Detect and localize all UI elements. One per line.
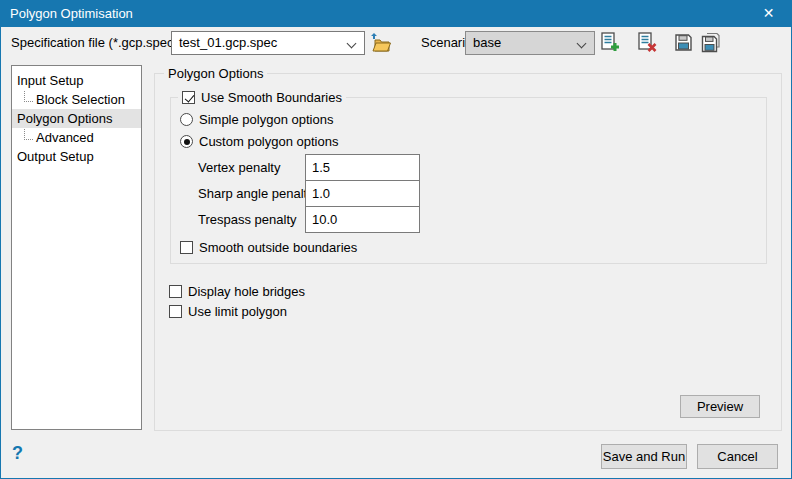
use-smooth-boundaries-checkbox[interactable]: Use Smooth Boundaries (178, 89, 346, 106)
tree-branch-icon (24, 91, 33, 102)
tree-item-input-setup[interactable]: Input Setup (12, 71, 141, 90)
checkbox-unchecked-icon (180, 241, 193, 254)
chevron-down-icon (577, 39, 587, 49)
vertex-penalty-input[interactable] (305, 154, 420, 181)
radio-unchecked-icon (180, 113, 193, 126)
smooth-boundaries-group: Use Smooth Boundaries Simple polygon opt… (170, 97, 767, 264)
save-and-run-button[interactable]: Save and Run (601, 444, 687, 469)
smooth-outside-boundaries-checkbox[interactable]: Smooth outside boundaries (180, 239, 357, 256)
tree-item-block-selection[interactable]: Block Selection (12, 90, 141, 109)
checkbox-checked-icon (182, 91, 195, 104)
sharp-angle-penalty-label: Sharp angle penalty (198, 180, 314, 207)
vertex-penalty-label: Vertex penalty (198, 154, 280, 181)
tree-item-polygon-options[interactable]: Polygon Options (12, 109, 141, 128)
sharp-angle-penalty-input[interactable] (305, 180, 420, 207)
preview-button[interactable]: Preview (680, 395, 760, 418)
trespass-penalty-label: Trespass penalty (198, 206, 297, 233)
spec-file-value: test_01.gcp.spec (179, 32, 277, 54)
simple-polygon-options-radio[interactable]: Simple polygon options (180, 111, 333, 128)
group-title: Polygon Options (164, 65, 267, 82)
use-limit-polygon-checkbox[interactable]: Use limit polygon (169, 303, 287, 320)
custom-polygon-options-radio[interactable]: Custom polygon options (180, 133, 338, 150)
delete-scenario-icon[interactable] (637, 32, 658, 53)
title-bar: Polygon Optimisation ✕ (1, 1, 791, 27)
checkbox-unchecked-icon (169, 285, 182, 298)
tree-branch-icon (24, 129, 33, 140)
tree-item-advanced[interactable]: Advanced (12, 128, 141, 147)
chevron-down-icon (347, 39, 357, 49)
scenario-id-combobox[interactable]: base (465, 31, 595, 55)
close-icon[interactable]: ✕ (746, 1, 791, 27)
help-icon[interactable]: ? (12, 443, 23, 464)
spec-file-combobox[interactable]: test_01.gcp.spec (171, 31, 365, 55)
cancel-button[interactable]: Cancel (697, 444, 778, 469)
tree-item-output-setup[interactable]: Output Setup (12, 147, 141, 166)
polygon-optimisation-dialog: Polygon Optimisation ✕ Specification fil… (0, 0, 792, 479)
settings-tree: Input Setup Block Selection Polygon Opti… (11, 65, 142, 430)
save-scenario-as-icon[interactable] (700, 32, 721, 53)
window-title: Polygon Optimisation (10, 1, 133, 27)
radio-checked-icon (180, 135, 193, 148)
new-scenario-icon[interactable] (600, 32, 621, 53)
checkbox-unchecked-icon (169, 305, 182, 318)
trespass-penalty-input[interactable] (305, 206, 420, 233)
display-hole-bridges-checkbox[interactable]: Display hole bridges (169, 283, 305, 300)
spec-file-label: Specification file (*.gcp.spec) (11, 31, 178, 55)
save-scenario-icon[interactable] (673, 32, 694, 53)
polygon-options-group: Polygon Options Use Smooth Boundaries Si… (154, 73, 782, 431)
open-file-icon[interactable] (370, 32, 391, 53)
scenario-id-value: base (473, 32, 501, 54)
